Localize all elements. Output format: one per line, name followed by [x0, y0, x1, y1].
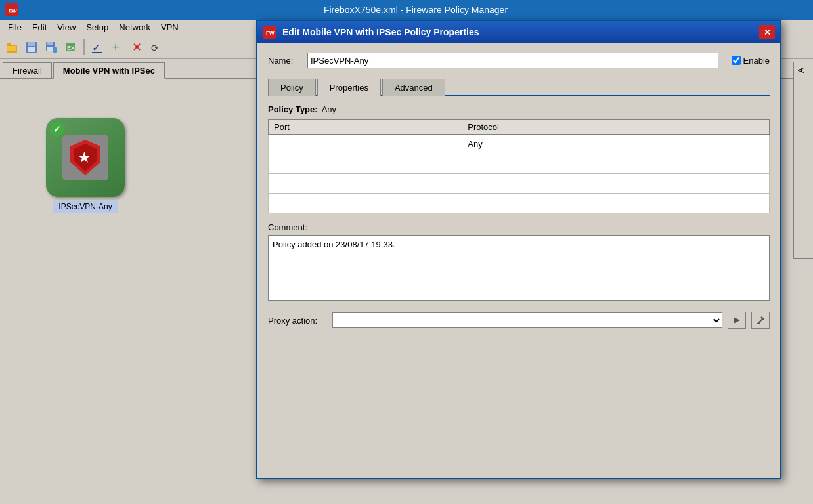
table-row-empty2 [269, 174, 770, 194]
toolbar-saveas-btn[interactable] [42, 38, 60, 56]
proxy-edit-button[interactable] [751, 312, 770, 329]
policy-type-label: Policy Type: [268, 104, 318, 114]
svg-text:FW: FW [9, 8, 17, 14]
menu-setup[interactable]: Setup [81, 21, 114, 33]
name-row: Name: Enable [268, 52, 770, 68]
svg-text:+: + [112, 41, 120, 54]
modal-title: Edit Mobile VPN with IPSec Policy Proper… [282, 27, 759, 37]
toolbar-sep1 [83, 39, 85, 55]
tab-firewall[interactable]: Firewall [3, 62, 52, 78]
toolbar-check-btn[interactable]: ✓ [88, 38, 106, 56]
toolbar-add-btn[interactable]: + [108, 38, 126, 56]
port-table-body: Any [269, 135, 770, 213]
policy-type-value: Any [322, 104, 336, 114]
col-header-protocol: Protocol [462, 120, 770, 135]
svg-rect-28 [757, 323, 760, 324]
name-input[interactable] [307, 52, 718, 68]
svg-rect-12 [53, 47, 57, 52]
table-row: Any [269, 135, 770, 154]
svg-rect-10 [47, 42, 53, 45]
main-window: FW FireboxX750e.xml - Fireware Policy Ma… [0, 0, 813, 504]
policy-icon-container[interactable]: ✓ ★ IPSecVPN-Any [46, 118, 125, 213]
policy-check-icon: ✓ [50, 122, 64, 136]
content-area: ✓ ★ IPSecVPN-Any [0, 79, 263, 501]
policy-icon-label: IPSecVPN-Any [53, 201, 117, 213]
side-panel-label: A [794, 62, 808, 78]
svg-rect-4 [7, 43, 11, 46]
proxy-action-row: Proxy action: [268, 312, 770, 329]
menu-edit[interactable]: Edit [27, 21, 52, 33]
svg-rect-7 [28, 42, 35, 46]
table-row-empty1 [269, 154, 770, 174]
comment-textarea[interactable]: Policy added on 23/08/17 19:33. [268, 235, 770, 301]
modal-body: Name: Enable Policy Properties Advanced … [257, 43, 780, 338]
app-icon: FW [5, 3, 18, 16]
modal-title-bar: FW Edit Mobile VPN with IPSec Policy Pro… [257, 21, 780, 43]
tab-policy[interactable]: Policy [268, 79, 316, 96]
proxy-action-label: Proxy action: [268, 316, 327, 326]
inner-tab-row: Policy Properties Advanced [268, 77, 770, 96]
proxy-go-button[interactable] [728, 312, 746, 329]
svg-rect-5 [7, 46, 16, 51]
svg-text:FW: FW [266, 30, 275, 36]
menu-file[interactable]: File [3, 21, 27, 33]
svg-text:★: ★ [78, 150, 91, 165]
enable-checkbox[interactable] [732, 56, 741, 65]
port-protocol-table: Port Protocol Any [268, 119, 770, 213]
proxy-action-dropdown[interactable] [332, 312, 722, 328]
svg-rect-11 [47, 47, 53, 51]
toolbar-delete-btn[interactable]: ✕ [127, 38, 146, 56]
svg-rect-8 [28, 47, 35, 52]
comment-label: Comment: [268, 222, 770, 232]
toolbar-export-btn[interactable]: EX [62, 38, 80, 56]
policy-type-row: Policy Type: Any [268, 104, 770, 114]
svg-text:✓: ✓ [92, 42, 100, 53]
svg-marker-25 [734, 317, 740, 324]
enable-container: Enable [732, 56, 770, 66]
svg-text:EX: EX [67, 45, 75, 51]
name-label: Name: [268, 56, 301, 66]
tab-advanced[interactable]: Advanced [382, 79, 445, 96]
policy-icon-inner: ★ [62, 135, 108, 180]
menu-view[interactable]: View [52, 21, 81, 33]
menu-network[interactable]: Network [114, 21, 156, 33]
port-cell [269, 135, 462, 154]
protocol-cell: Any [462, 135, 770, 154]
toolbar-save-btn[interactable] [22, 38, 41, 56]
modal-icon: FW [263, 26, 276, 39]
toolbar-refresh-btn[interactable]: ⟳ [147, 38, 165, 56]
col-header-port: Port [269, 120, 462, 135]
table-row-empty3 [269, 194, 770, 213]
svg-text:⟳: ⟳ [151, 43, 159, 53]
title-bar: FW FireboxX750e.xml - Fireware Policy Ma… [0, 0, 813, 20]
tab-properties[interactable]: Properties [317, 79, 381, 96]
policy-icon[interactable]: ✓ ★ [46, 118, 125, 197]
tab-mobile-vpn[interactable]: Mobile VPN with IPSec [53, 62, 165, 79]
toolbar-open-btn[interactable] [3, 38, 21, 56]
enable-label: Enable [743, 56, 770, 66]
modal-close-button[interactable]: ✕ [759, 25, 775, 39]
menu-vpn[interactable]: VPN [156, 21, 184, 33]
side-panel: A [793, 62, 813, 259]
window-title: FireboxX750e.xml - Fireware Policy Manag… [24, 5, 808, 15]
svg-text:✕: ✕ [132, 41, 142, 54]
modal-dialog: FW Edit Mobile VPN with IPSec Policy Pro… [256, 20, 781, 479]
